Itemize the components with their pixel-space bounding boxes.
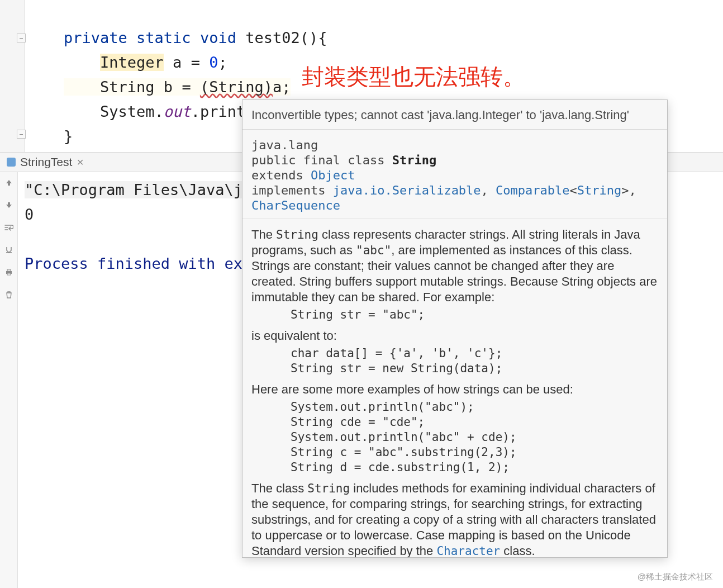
watermark-label: @稀土掘金技术社区 — [638, 572, 713, 582]
link-serializable[interactable]: java.io.Serializable — [333, 183, 481, 197]
doc-paragraph: is equivalent to: — [251, 328, 658, 344]
console-exit-line: Process finished with ex — [25, 255, 242, 272]
svg-rect-2 — [7, 273, 11, 275]
file-icon — [7, 158, 16, 167]
error-message: Inconvertible types; cannot cast 'java.l… — [242, 100, 667, 130]
keyword-static: static — [136, 29, 191, 46]
arrow-up-icon[interactable] — [4, 178, 14, 188]
var-a: a — [173, 54, 182, 71]
scroll-to-end-icon[interactable] — [4, 245, 14, 255]
cast-expression: (String) — [200, 78, 273, 96]
dot: . — [191, 103, 200, 120]
editor-gutter — [0, 0, 25, 152]
literal-zero: 0 — [209, 54, 218, 71]
code-example: char data[] = {'a', 'b', 'c'}; String st… — [291, 346, 658, 376]
svg-rect-1 — [7, 269, 11, 271]
extends-kw: extends — [251, 168, 311, 182]
type-integer: Integer — [100, 54, 164, 71]
code-example: String str = "abc"; — [291, 307, 658, 323]
method-name: test02 — [245, 29, 300, 46]
arrow-down-icon[interactable] — [4, 200, 14, 210]
tab-name[interactable]: StringTest — [20, 155, 72, 169]
link-charsequence[interactable]: CharSequence — [251, 198, 340, 212]
fold-toggle-icon[interactable] — [17, 130, 26, 139]
doc-paragraph: Here are some more examples of how strin… — [251, 382, 658, 397]
link-object[interactable]: Object — [311, 168, 355, 182]
link-character[interactable]: Character — [436, 544, 500, 558]
sys: System — [100, 103, 155, 120]
class-signature: java.lang public final class String exte… — [242, 130, 667, 219]
quick-doc-popup[interactable]: Inconvertible types; cannot cast 'java.l… — [242, 99, 668, 558]
comma: , — [481, 183, 496, 197]
console-command-path: "C:\Program Files\Java\j — [25, 181, 242, 198]
code-string: String — [276, 228, 318, 241]
equals: = — [191, 54, 200, 71]
doc-body: The String class represents character st… — [242, 219, 667, 558]
print-icon[interactable] — [4, 267, 14, 277]
var-a: a — [273, 78, 282, 96]
close-icon[interactable]: × — [77, 155, 83, 169]
doc-paragraph: Strings are constant; their values canno… — [251, 258, 658, 305]
lt: < — [570, 183, 577, 197]
field-out: out — [164, 103, 191, 120]
implements-kw: implements — [251, 183, 333, 197]
semicolon: ; — [218, 54, 227, 71]
link-comparable[interactable]: Comparable — [496, 183, 569, 197]
gt: > — [621, 183, 629, 197]
comma: , — [629, 183, 644, 197]
modifiers: public final class — [251, 153, 392, 167]
keyword-private: private — [64, 29, 127, 46]
doc-paragraph: The class String includes methods for ex… — [251, 481, 658, 558]
equals: = — [182, 78, 191, 96]
class-name: String — [392, 153, 436, 167]
annotation-label: 封装类型也无法强转。 — [302, 61, 525, 92]
code-example: System.out.println("abc"); String cde = … — [291, 400, 658, 475]
console-toolbar — [0, 172, 18, 588]
doc-paragraph: The String class represents character st… — [251, 227, 658, 258]
type-string: String — [100, 78, 155, 96]
var-b: b — [164, 78, 173, 96]
dot: . — [155, 103, 164, 120]
link-string-generic[interactable]: String — [577, 183, 621, 197]
method-print: print — [200, 103, 245, 120]
semicolon: ; — [282, 78, 291, 96]
code-abc: "abc" — [356, 244, 391, 257]
console-line-output: 0 — [25, 206, 34, 223]
fold-toggle-icon[interactable] — [17, 34, 26, 42]
keyword-void: void — [200, 29, 236, 46]
trash-icon[interactable] — [4, 290, 14, 300]
code-string: String — [307, 482, 350, 495]
package-line: java.lang — [251, 138, 318, 152]
soft-wrap-icon[interactable] — [4, 222, 14, 233]
